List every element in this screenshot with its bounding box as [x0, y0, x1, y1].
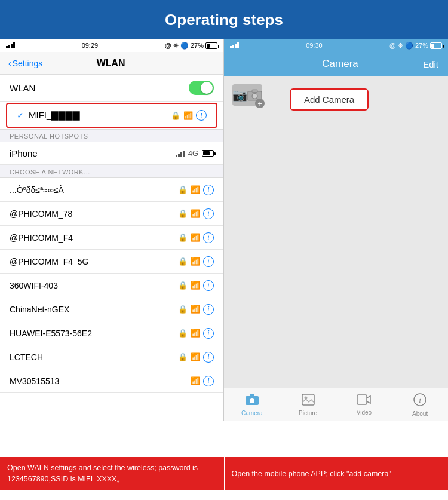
network-name: HUAWEI-E5573-56E2 — [10, 329, 92, 338]
network-item-icons: 🔒 📶 i — [178, 304, 214, 315]
tab-camera-label: Camera — [241, 410, 263, 416]
back-button[interactable]: ‹ Settings — [8, 59, 42, 68]
caption-row: Open WALN settings and select the wirele… — [0, 457, 448, 490]
list-item[interactable]: ChinaNet-nGEX 🔒 📶 i — [0, 297, 223, 321]
add-camera-button[interactable]: Add Camera — [290, 88, 369, 111]
tab-video[interactable]: Video — [336, 388, 392, 421]
network-name: ChinaNet-nGEX — [10, 305, 69, 314]
svg-point-4 — [250, 398, 254, 403]
app-signal-icon — [230, 41, 239, 50]
add-camera-area: + — [232, 84, 262, 108]
tab-camera[interactable]: Camera — [224, 388, 280, 421]
tab-about-label: About — [412, 410, 428, 417]
network-item-icons: 🔒 📶 i — [178, 185, 214, 195]
wlan-label: WLAN — [10, 83, 35, 93]
list-item[interactable]: ...Òºðδ≤ª≈∞≤À 🔒 📶 i — [0, 178, 223, 202]
info-icon[interactable]: i — [203, 280, 214, 291]
info-icon[interactable]: i — [203, 352, 214, 363]
wifi-icon: 📶 — [191, 352, 200, 361]
right-caption: Open the mobile phone APP; click "add ca… — [225, 457, 449, 490]
list-item[interactable]: @PHICOMM_F4 🔒 📶 i — [0, 226, 223, 250]
camera-main-area: + Add Camera — [224, 76, 448, 388]
camera-placeholder-icon: + — [232, 84, 262, 106]
network-name: @PHICOMM_F4_5G — [10, 257, 88, 266]
info-icon[interactable]: i — [203, 185, 214, 195]
wifi-icon: 📶 — [191, 209, 200, 218]
tab-picture-label: Picture — [299, 410, 317, 416]
wlan-title: WLAN — [42, 58, 179, 69]
lock-icon: 🔒 — [178, 305, 188, 314]
app-status-bar: 09:30 @ ❋ 🔵 27% — [224, 39, 448, 52]
tab-about[interactable]: i About — [392, 388, 448, 421]
tab-bar: Camera Picture — [224, 388, 448, 421]
selected-network-row[interactable]: ✓ MIFI_▇▇▇▇ 🔒 📶 i — [6, 103, 217, 128]
network-item-icons: 🔒 📶 i — [178, 208, 214, 219]
network-name: LCTECH — [10, 352, 43, 362]
tab-video-label: Video — [357, 409, 372, 416]
tab-picture[interactable]: Picture — [280, 388, 336, 421]
wifi-icon: 📶 — [191, 329, 200, 338]
wlan-toggle-row: WLAN — [0, 75, 223, 102]
app-nav-title: Camera — [322, 58, 358, 70]
choose-network-header: CHOOSE A NETWORK... — [0, 165, 223, 178]
svg-rect-5 — [250, 394, 254, 397]
list-item[interactable]: MV30515513 📶 i — [0, 369, 223, 393]
page-header: Operating steps — [0, 0, 448, 39]
checkmark-icon: ✓ — [17, 111, 24, 120]
network-name: @PHICOMM_F4 — [10, 233, 73, 243]
video-tab-icon — [357, 394, 371, 408]
list-item[interactable]: @PHICOMM_F4_5G 🔒 📶 i — [0, 250, 223, 274]
svg-rect-2 — [252, 90, 257, 92]
network-item-icons: 🔒 📶 i — [178, 280, 214, 291]
network-name: MV30515513 — [10, 376, 59, 386]
plus-icon: + — [255, 99, 265, 108]
wifi-icon: 📶 — [183, 111, 193, 120]
network-item-icons: 🔒 📶 i — [178, 352, 214, 363]
list-item[interactable]: HUAWEI-E5573-56E2 🔒 📶 i — [0, 321, 223, 345]
page-title: Operating steps — [165, 11, 283, 29]
4g-label: 4G — [188, 149, 198, 158]
left-caption: Open WALN settings and select the wirele… — [0, 457, 225, 490]
left-time: 09:29 — [82, 42, 99, 49]
info-icon[interactable]: i — [203, 256, 214, 267]
about-tab-icon: i — [413, 393, 426, 409]
list-item[interactable]: LCTECH 🔒 📶 i — [0, 345, 223, 369]
edit-button[interactable]: Edit — [423, 59, 438, 69]
info-icon[interactable]: i — [203, 232, 214, 243]
info-icon[interactable]: i — [203, 376, 214, 386]
info-icon[interactable]: i — [196, 110, 207, 121]
camera-tab-icon — [245, 394, 259, 409]
left-status-bar: 09:29 @ ❋ 🔵 27% — [0, 39, 223, 52]
svg-rect-8 — [357, 395, 367, 404]
personal-hotspots-header: PERSONAL HOTSPOTS — [0, 129, 223, 142]
left-nav-bar: ‹ Settings WLAN — [0, 52, 223, 75]
lock-icon: 🔒 — [178, 352, 188, 361]
right-app-panel: 09:30 @ ❋ 🔵 27% Camera Edit — [224, 39, 448, 421]
info-icon[interactable]: i — [203, 304, 214, 315]
app-nav-bar: Camera Edit — [224, 52, 448, 76]
info-icon[interactable]: i — [203, 208, 214, 219]
list-item[interactable]: 360WIFI-403 🔒 📶 i — [0, 274, 223, 297]
info-icon[interactable]: i — [203, 328, 214, 339]
lock-icon: 🔒 — [178, 233, 188, 242]
add-camera-label: Add Camera — [304, 94, 354, 105]
lock-icon: 🔒 — [178, 329, 188, 338]
lock-icon: 🔒 — [178, 257, 188, 266]
wifi-icon: 📶 — [191, 185, 200, 194]
wlan-toggle[interactable] — [189, 81, 214, 95]
network-name: 360WIFI-403 — [10, 281, 58, 290]
network-item-icons: 🔒 📶 i — [178, 256, 214, 267]
network-list: ...Òºðδ≤ª≈∞≤À 🔒 📶 i @PHICOMM_78 🔒 📶 i @P… — [0, 178, 223, 421]
network-item-icons: 🔒 📶 i — [178, 232, 214, 243]
list-item[interactable]: @PHICOMM_78 🔒 📶 i — [0, 202, 223, 226]
lock-icon: 🔒 — [178, 209, 188, 218]
iphone-label: iPhone — [10, 148, 38, 158]
network-name: ...Òºðδ≤ª≈∞≤À — [10, 185, 64, 195]
wifi-icon: 📶 — [191, 281, 200, 290]
iphone-hotspot-row: iPhone 4G — [0, 142, 223, 165]
wifi-icon: 📶 — [191, 233, 200, 242]
network-name: @PHICOMM_78 — [10, 209, 72, 219]
picture-tab-icon — [302, 394, 315, 409]
lock-icon: 🔒 — [178, 281, 188, 290]
right-caption-text: Open the mobile phone APP; click "add ca… — [232, 468, 391, 480]
